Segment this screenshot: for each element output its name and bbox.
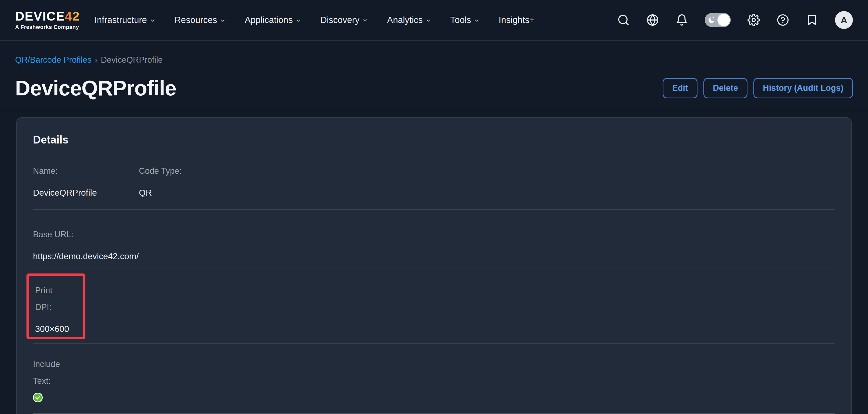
breadcrumb: QR/Barcode Profiles›DeviceQRProfile: [15, 55, 853, 65]
details-card: Details Name: DeviceQRProfile Code Type:…: [16, 117, 852, 414]
globe-icon[interactable]: [646, 14, 659, 26]
page-title: DeviceQRProfile: [15, 76, 176, 100]
action-buttons: Edit Delete History (Audit Logs): [662, 78, 853, 98]
include-text-label: Include Text:: [33, 356, 69, 389]
print-dpi-value: 300×600: [35, 323, 71, 335]
details-heading: Details: [33, 133, 835, 147]
gear-icon[interactable]: [747, 14, 760, 26]
print-dpi-label: Print DPI:: [35, 282, 71, 316]
breadcrumb-separator: ›: [95, 55, 98, 65]
moon-icon: [707, 15, 716, 25]
section-divider: [33, 210, 835, 210]
bookmark-icon[interactable]: [806, 14, 818, 26]
page-header: DeviceQRProfile Edit Delete History (Aud…: [15, 76, 853, 100]
brand-name-accent: 42: [65, 9, 80, 23]
section-divider: [33, 344, 835, 344]
nav-item-label: Applications: [245, 15, 293, 25]
toolbar: A: [617, 11, 853, 29]
nav-item-applications[interactable]: Applications: [245, 15, 301, 25]
code-type-label: Code Type:: [139, 163, 182, 180]
brand-name-primary: DEVICE: [15, 9, 65, 23]
header-divider: [0, 110, 868, 110]
chevron-down-icon: [425, 18, 431, 24]
nav-item-label: Analytics: [387, 15, 423, 25]
avatar-initial: A: [841, 15, 847, 25]
chevron-down-icon: [474, 18, 480, 24]
nav-item-tools[interactable]: Tools: [450, 15, 480, 25]
brand-name: DEVICE42: [15, 10, 80, 23]
search-icon[interactable]: [617, 14, 630, 26]
nav-item-label: Resources: [175, 15, 217, 25]
nav-item-infrastructure[interactable]: Infrastructure: [94, 15, 155, 25]
chevron-down-icon: [362, 18, 368, 24]
chevron-down-icon: [150, 18, 156, 24]
field-include-text: Include Text:: [33, 356, 835, 403]
nav-item-label: Insights+: [499, 15, 534, 25]
bell-icon[interactable]: [676, 14, 688, 26]
breadcrumb-current: DeviceQRProfile: [101, 55, 163, 65]
nav-item-discovery[interactable]: Discovery: [320, 15, 368, 25]
history-audit-logs-button[interactable]: History (Audit Logs): [753, 78, 853, 98]
toggle-knob: [717, 14, 730, 26]
name-value: DeviceQRProfile: [33, 187, 139, 199]
field-print-dpi: Print DPI: 300×600: [35, 282, 71, 335]
base-url-value: https://demo.device42.com/: [33, 250, 835, 262]
nav-item-label: Discovery: [320, 15, 360, 25]
nav-menu: Infrastructure Resources Applications Di…: [94, 15, 534, 25]
nav-item-label: Tools: [450, 15, 471, 25]
print-dpi-highlight-box: Print DPI: 300×600: [27, 274, 85, 339]
name-label: Name:: [33, 163, 139, 180]
field-name: Name: DeviceQRProfile: [33, 163, 139, 199]
theme-toggle[interactable]: [705, 13, 731, 27]
nav-item-analytics[interactable]: Analytics: [387, 15, 431, 25]
chevron-down-icon: [296, 18, 301, 24]
code-type-value: QR: [139, 187, 182, 199]
nav-item-label: Infrastructure: [94, 15, 147, 25]
help-icon[interactable]: [777, 14, 789, 26]
section-divider: [33, 268, 835, 269]
brand-logo[interactable]: DEVICE42 A Freshworks Company: [15, 10, 80, 30]
brand-tagline: A Freshworks Company: [15, 24, 80, 30]
breadcrumb-link[interactable]: QR/Barcode Profiles: [15, 55, 92, 65]
top-nav: DEVICE42 A Freshworks Company Infrastruc…: [0, 0, 868, 40]
nav-item-resources[interactable]: Resources: [175, 15, 226, 25]
nav-item-insights[interactable]: Insights+: [499, 15, 534, 25]
avatar[interactable]: A: [835, 11, 853, 29]
name-codetype-row: Name: DeviceQRProfile Code Type: QR: [33, 163, 835, 199]
field-code-type: Code Type: QR: [139, 163, 182, 199]
section-divider: [33, 413, 835, 414]
check-circle-icon: [33, 393, 43, 403]
delete-button[interactable]: Delete: [704, 78, 747, 98]
edit-button[interactable]: Edit: [662, 78, 698, 98]
field-base-url: Base URL: https://demo.device42.com/: [33, 226, 835, 262]
base-url-label: Base URL:: [33, 226, 835, 243]
chevron-down-icon: [220, 18, 226, 24]
